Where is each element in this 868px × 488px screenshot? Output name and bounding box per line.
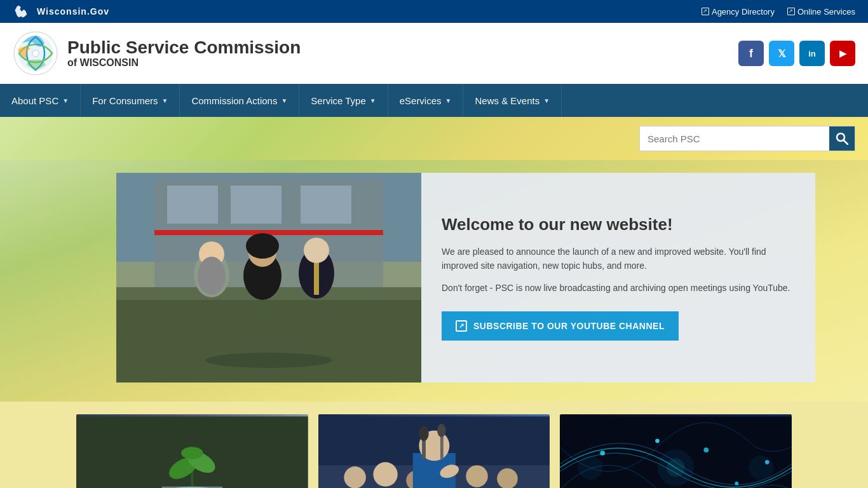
card-network[interactable] (560, 414, 792, 488)
card-meeting-image (318, 414, 550, 488)
svg-point-46 (419, 426, 428, 441)
card-plant-image (76, 414, 308, 488)
facebook-icon[interactable]: f (738, 41, 764, 66)
chevron-down-icon: ▼ (281, 97, 287, 104)
hero-paragraph1: We are pleased to announce the launch of… (442, 245, 795, 273)
youtube-icon[interactable]: ▶ (830, 41, 855, 66)
svg-point-22 (304, 238, 329, 263)
svg-line-4 (844, 140, 848, 144)
wi-gov-logo[interactable]: Wisconsin.Gov (13, 4, 109, 18)
svg-point-60 (667, 459, 685, 477)
svg-rect-9 (167, 186, 218, 224)
svg-point-48 (437, 424, 445, 437)
title-bold: WISCONSIN (80, 57, 139, 68)
search-input[interactable] (640, 128, 829, 149)
nav-service-type[interactable]: Service Type ▼ (299, 84, 388, 117)
hero-section: Welcome to our new website! We are pleas… (0, 160, 868, 402)
wi-gov-label: Wisconsin.Gov (37, 6, 109, 17)
nav-news-events[interactable]: News & Events ▼ (463, 84, 562, 117)
chevron-down-icon: ▼ (161, 97, 168, 104)
card-meeting[interactable] (318, 414, 550, 488)
ext-icon-agency: ↗ (702, 8, 709, 15)
svg-point-62 (749, 456, 773, 480)
svg-point-37 (373, 462, 397, 486)
chevron-down-icon: ▼ (62, 97, 69, 104)
hero-title: Welcome to our new website! (442, 215, 795, 234)
title-line2: of (67, 57, 77, 68)
svg-point-53 (656, 438, 660, 443)
svg-point-56 (735, 482, 739, 485)
svg-point-36 (344, 466, 366, 488)
title-line1: Public Service Commission (67, 37, 301, 57)
svg-rect-11 (301, 186, 351, 224)
nav-commission-actions[interactable]: Commission Actions ▼ (180, 84, 299, 117)
svg-point-20 (246, 233, 279, 259)
svg-point-33 (181, 447, 203, 459)
social-icons: f 𝕏 in ▶ (738, 41, 855, 66)
svg-point-17 (198, 257, 226, 295)
cards-section (0, 402, 868, 488)
svg-point-24 (205, 353, 332, 368)
search-button[interactable] (829, 126, 855, 151)
chevron-down-icon: ▼ (445, 97, 452, 104)
subscribe-youtube-button[interactable]: ↗ SUBSCRIBE TO OUR YOUTUBE CHANNEL (442, 311, 679, 341)
top-bar: Wisconsin.Gov ↗ Agency Directory ↗ Onlin… (0, 0, 868, 23)
logo-area[interactable]: Public Service Commission of WISCONSIN (13, 30, 301, 76)
search-box (639, 126, 855, 151)
svg-point-2 (32, 50, 39, 57)
chevron-down-icon: ▼ (543, 97, 550, 104)
agency-directory-link[interactable]: ↗ Agency Directory (702, 7, 775, 17)
svg-point-55 (704, 447, 709, 452)
linkedin-icon[interactable]: in (799, 41, 825, 66)
svg-point-61 (578, 456, 602, 480)
hero-photo (116, 173, 421, 383)
nav-eservices[interactable]: eServices ▼ (388, 84, 464, 117)
top-bar-links: ↗ Agency Directory ↗ Online Services (702, 7, 855, 17)
ext-icon-online: ↗ (787, 8, 795, 15)
wi-state-icon (13, 4, 33, 18)
svg-rect-23 (314, 263, 319, 295)
agency-title: Public Service Commission of WISCONSIN (67, 38, 301, 69)
online-services-link[interactable]: ↗ Online Services (787, 7, 855, 17)
card-plant[interactable] (76, 414, 308, 488)
twitter-icon[interactable]: 𝕏 (769, 41, 794, 66)
svg-point-51 (600, 451, 606, 456)
psc-logo-icon (13, 30, 58, 76)
hero-image (116, 173, 421, 383)
search-area (0, 117, 868, 160)
external-link-icon: ↗ (456, 320, 467, 332)
hero-paragraph2: Don't forget - PSC is now live broadcast… (442, 281, 795, 295)
hero-content: Welcome to our new website! We are pleas… (421, 173, 815, 383)
chevron-down-icon: ▼ (370, 97, 376, 104)
card-network-image (560, 414, 792, 488)
search-icon (836, 132, 848, 145)
main-nav: About PSC ▼ For Consumers ▼ Commission A… (0, 84, 868, 117)
svg-rect-14 (116, 300, 421, 383)
nav-for-consumers[interactable]: For Consumers ▼ (81, 84, 180, 117)
svg-point-39 (466, 465, 488, 487)
svg-rect-10 (231, 186, 281, 224)
site-header: Public Service Commission of WISCONSIN f… (0, 23, 868, 84)
nav-about-psc[interactable]: About PSC ▼ (0, 84, 81, 117)
